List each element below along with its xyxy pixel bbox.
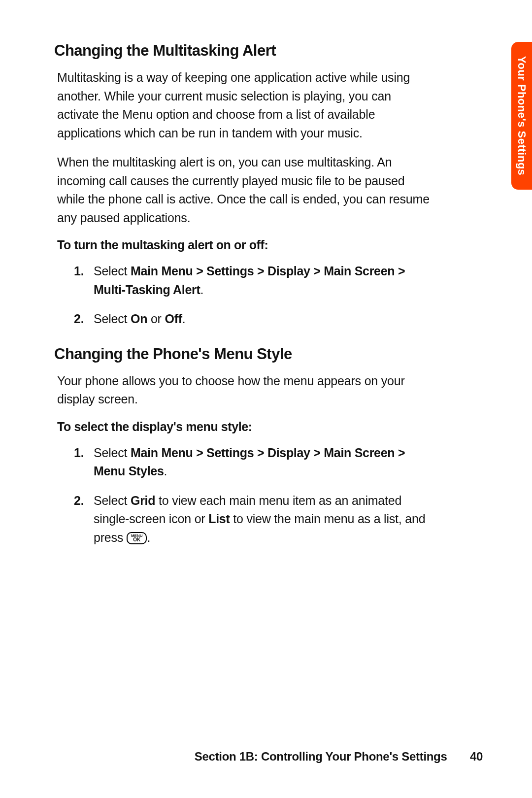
steps-list: 1. Select Main Menu > Settings > Display… xyxy=(74,444,433,547)
side-tab: Your Phone's Settings xyxy=(511,42,532,190)
page-number: 40 xyxy=(470,750,483,764)
paragraph: Multitasking is a way of keeping one app… xyxy=(57,68,433,142)
heading-menu-style: Changing the Phone's Menu Style xyxy=(54,345,433,363)
menu-path: Main Menu > Settings > Display > Main Sc… xyxy=(94,264,405,297)
step-text: . xyxy=(182,312,186,326)
menu-path: Main Menu > Settings > Display > Main Sc… xyxy=(94,446,405,478)
option-off: Off xyxy=(165,312,182,326)
step-text: or xyxy=(147,312,165,326)
step-text: Select xyxy=(94,446,131,460)
step-text: . xyxy=(164,464,167,478)
steps-list: 1. Select Main Menu > Settings > Display… xyxy=(74,262,433,329)
menu-ok-key-icon: MENUOK xyxy=(127,532,147,544)
step-text: . xyxy=(147,531,150,544)
page-content: Changing the Multitasking Alert Multitas… xyxy=(54,42,433,547)
page: Your Phone's Settings Changing the Multi… xyxy=(0,0,532,798)
step-item: 1. Select Main Menu > Settings > Display… xyxy=(74,444,433,481)
step-number: 1. xyxy=(74,444,84,463)
option-list: List xyxy=(208,512,230,526)
paragraph: When the multitasking alert is on, you c… xyxy=(57,153,433,227)
side-tab-label: Your Phone's Settings xyxy=(515,56,528,176)
step-item: 1. Select Main Menu > Settings > Display… xyxy=(74,262,433,299)
page-footer: Section 1B: Controlling Your Phone's Set… xyxy=(54,750,483,764)
step-item: 2. Select On or Off. xyxy=(74,310,433,329)
key-bottom-label: OK xyxy=(131,537,143,542)
step-number: 2. xyxy=(74,492,84,510)
step-text: Select xyxy=(94,264,131,278)
option-grid: Grid xyxy=(131,494,155,507)
step-item: 2. Select Grid to view each main menu it… xyxy=(74,492,433,547)
lead-in: To turn the multasking alert on or off: xyxy=(57,238,433,252)
step-number: 1. xyxy=(74,262,84,281)
step-text: . xyxy=(200,283,204,297)
paragraph: Your phone allows you to choose how the … xyxy=(57,372,433,409)
step-text: Select xyxy=(94,494,131,507)
option-on: On xyxy=(131,312,147,326)
footer-section-label: Section 1B: Controlling Your Phone's Set… xyxy=(195,750,447,763)
heading-multitasking-alert: Changing the Multitasking Alert xyxy=(54,42,433,60)
step-number: 2. xyxy=(74,310,84,329)
step-text: Select xyxy=(94,312,131,326)
lead-in: To select the display's menu style: xyxy=(57,420,433,434)
